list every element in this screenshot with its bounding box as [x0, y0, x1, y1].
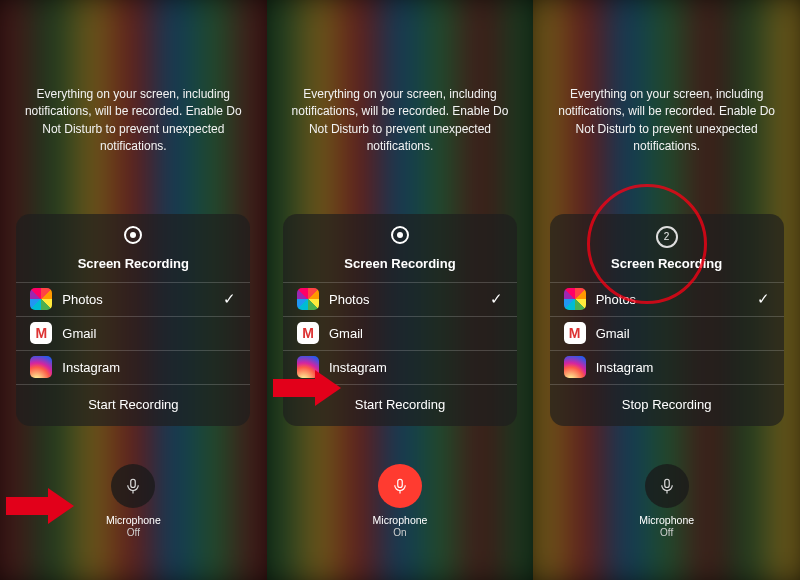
card-title: Screen Recording [78, 256, 189, 271]
start-recording-button[interactable]: Start Recording [16, 384, 250, 426]
app-row-photos[interactable]: Photos ✓ [16, 282, 250, 316]
app-row-instagram[interactable]: Instagram [16, 350, 250, 384]
instagram-icon [30, 356, 52, 378]
annotation-circle [587, 184, 707, 304]
gmail-icon: M [564, 322, 586, 344]
stop-recording-button[interactable]: Stop Recording [550, 384, 784, 426]
record-icon [391, 226, 409, 244]
annotation-arrow [6, 488, 76, 524]
instruction-text: Everything on your screen, including not… [547, 86, 786, 156]
screenshot-step-2: Everything on your screen, including not… [267, 0, 534, 580]
app-row-gmail[interactable]: M Gmail [283, 316, 517, 350]
app-row-gmail[interactable]: M Gmail [550, 316, 784, 350]
checkmark-icon: ✓ [490, 290, 503, 308]
app-row-gmail[interactable]: M Gmail [16, 316, 250, 350]
checkmark-icon: ✓ [757, 290, 770, 308]
gmail-icon: M [297, 322, 319, 344]
checkmark-icon: ✓ [223, 290, 236, 308]
screenshot-step-3: Everything on your screen, including not… [533, 0, 800, 580]
app-row-photos[interactable]: Photos ✓ [283, 282, 517, 316]
photos-icon [564, 288, 586, 310]
record-icon [124, 226, 142, 244]
instruction-text: Everything on your screen, including not… [14, 86, 253, 156]
instagram-icon [564, 356, 586, 378]
annotation-arrow [273, 370, 343, 406]
photos-icon [30, 288, 52, 310]
screen-recording-card: Screen Recording Photos ✓ M Gmail Instag… [16, 214, 250, 426]
instruction-text: Everything on your screen, including not… [281, 86, 520, 156]
gmail-icon: M [30, 322, 52, 344]
card-title: Screen Recording [344, 256, 455, 271]
app-row-instagram[interactable]: Instagram [550, 350, 784, 384]
photos-icon [297, 288, 319, 310]
screenshot-step-1: Everything on your screen, including not… [0, 0, 267, 580]
